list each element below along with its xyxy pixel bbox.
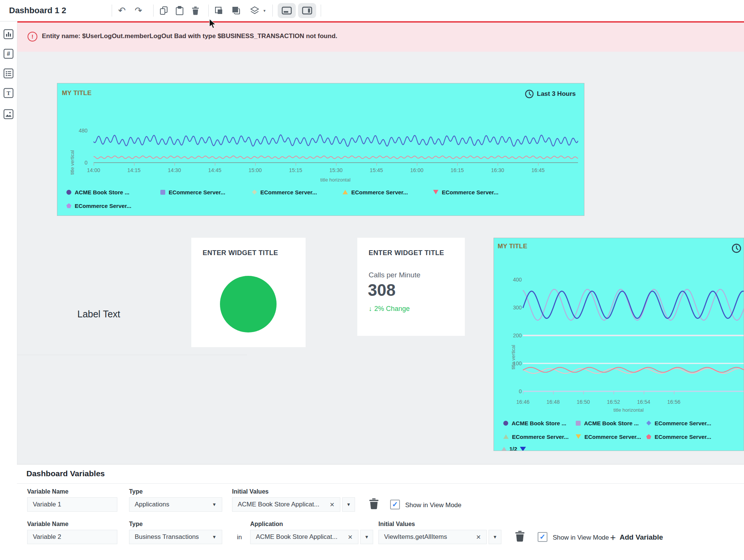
remove-token-icon[interactable]: ✕ [330,501,335,508]
x-tick-label: 16:30 [486,167,509,173]
layout-right-panel-toggle[interactable] [298,3,316,18]
legend-item[interactable]: ECommerce Server... [646,434,711,440]
label-widget[interactable]: Label Text [77,309,120,320]
page-down-icon[interactable] [520,447,526,451]
metric-value: 308 [368,281,395,300]
variable-name-label: Variable Name [27,488,68,495]
copy-icon[interactable] [156,3,171,18]
send-backward-icon[interactable] [229,3,244,18]
variable-name-label: Variable Name [27,521,68,528]
initial-values-dropdown[interactable]: ▼ [489,530,501,544]
initial-values-dropdown[interactable]: ▼ [342,497,355,512]
y-tick-label: 100 [506,360,522,366]
x-tick-label: 14:15 [123,167,145,173]
legend-item[interactable]: ECommerce Server... [160,189,225,195]
legend-label: ECommerce Server... [442,189,498,195]
square-marker [160,190,165,195]
page-indicator: 1/2 [509,446,517,451]
bring-forward-icon[interactable] [211,3,226,18]
error-icon: ! [28,32,37,42]
legend-item[interactable]: ECommerce Server... [433,189,498,195]
legend-item[interactable]: ACME Book Store ... [576,420,639,426]
triangle-up-marker [343,190,348,194]
x-tick-label: 16:46 [512,399,534,405]
variable-name-value: Variable 2 [33,533,61,541]
legend-label: ECommerce Server... [260,189,317,195]
redo-icon[interactable]: ↷ [131,3,146,18]
legend-label: ECommerce Server... [512,434,569,440]
legend-item[interactable]: ECommerce Server... [66,203,131,209]
layout-bottom-panel-toggle[interactable] [278,3,296,18]
legend-item[interactable]: ECommerce Server... [252,189,317,195]
type-select[interactable]: Applications ▼ [129,497,222,512]
legend-item[interactable]: ACME Book Store ... [503,420,566,426]
panel-heading: Dashboard Variables [26,469,105,478]
application-value: ACME Book Store Applicat... [256,533,337,541]
x-tick-label: 16:15 [446,167,469,173]
remove-token-icon[interactable]: ✕ [476,534,481,541]
chart-area: 14:0014:1514:3014:4515:0015:1515:3015:45… [57,83,584,216]
variable-name-input[interactable]: Variable 1 [27,497,117,512]
y-tick-label: 0 [506,388,522,394]
text-widget-icon[interactable]: T [3,88,14,98]
dashboard-title: Dashboard 1 2 [9,0,66,21]
svg-text:T: T [6,90,10,96]
type-value: Applications [135,501,169,508]
y-tick-label: 400 [506,277,522,283]
undo-icon[interactable]: ↶ [114,3,129,18]
variable-name-value: Variable 1 [33,501,61,508]
legend-label: ECommerce Server... [655,420,711,426]
initial-values-token[interactable]: ViewItems.getAllItems ✕ [378,530,487,544]
delete-variable-icon[interactable] [369,498,379,510]
legend-item[interactable]: ECommerce Server... [503,434,569,440]
x-tick-label: 16:50 [572,399,595,405]
legend-label: ACME Book Store ... [512,420,566,426]
type-label: Type [129,488,143,495]
timeseries-widget-1[interactable]: MY TITLE Last 3 Hours title vertical tit… [57,83,584,216]
show-in-view-mode-label: Show in View Mode [553,534,609,542]
y-tick-label: 0 [72,160,88,166]
list-widget-icon[interactable] [3,68,14,78]
label-text: Label Text [77,309,120,319]
delete-icon[interactable] [188,3,203,18]
legend-item[interactable]: ECommerce Server... [576,434,641,440]
dashboard-editor: { "toolbar": {"title": "Dashboard 1 2"},… [0,0,744,560]
x-tick-label: 16:52 [602,399,625,405]
chart-widget-icon[interactable] [3,29,14,39]
toolbar-divider [153,5,154,17]
layers-icon[interactable] [247,3,262,18]
pentagon-marker [66,203,71,208]
layers-caret-icon[interactable]: ▾ [260,3,269,18]
page-up-icon[interactable] [501,447,507,451]
square-marker [576,421,581,426]
delete-variable-icon[interactable] [515,531,525,542]
remove-token-icon[interactable]: ✕ [348,534,353,541]
initial-values-label: Initial Values [232,488,269,495]
toolbar-divider [321,5,321,17]
chevron-down-icon: ▼ [212,502,217,507]
legend-item[interactable]: ECommerce Server... [343,189,408,195]
show-in-view-mode-checkbox[interactable]: ✓ [390,500,400,509]
paste-icon[interactable] [172,3,187,18]
x-tick-label: 15:30 [325,167,347,173]
health-widget[interactable]: ENTER WIDGET TITLE [191,238,306,347]
number-widget-icon[interactable]: # [3,49,14,59]
application-dropdown[interactable]: ▼ [360,530,373,544]
variable-name-input[interactable]: Variable 2 [27,530,117,544]
add-variable-button[interactable]: + Add Variable [610,532,663,542]
y-tick-label: 300 [506,305,522,311]
metric-widget[interactable]: ENTER WIDGET TITLE Calls per Minute 308 … [357,238,465,336]
application-token[interactable]: ACME Book Store Applicat... ✕ [250,530,358,544]
x-tick-label: 15:45 [365,167,388,173]
legend-pagination: 1/2 [501,446,526,451]
type-select[interactable]: Business Transactions ▼ [129,530,222,544]
timeseries-widget-2[interactable]: MY TITLE title vertical title horizontal… [493,238,744,451]
x-tick-label: 16:48 [542,399,564,405]
image-widget-icon[interactable] [3,109,14,119]
show-in-view-mode-checkbox[interactable]: ✓ [538,532,547,542]
legend-item[interactable]: ECommerce Server... [646,420,711,426]
metric-change-label: 2% Change [374,305,410,313]
type-value: Business Transactions [135,533,199,541]
initial-values-token[interactable]: ACME Book Store Applicat... ✕ [232,497,340,512]
legend-item[interactable]: ACME Book Store ... [66,189,129,195]
